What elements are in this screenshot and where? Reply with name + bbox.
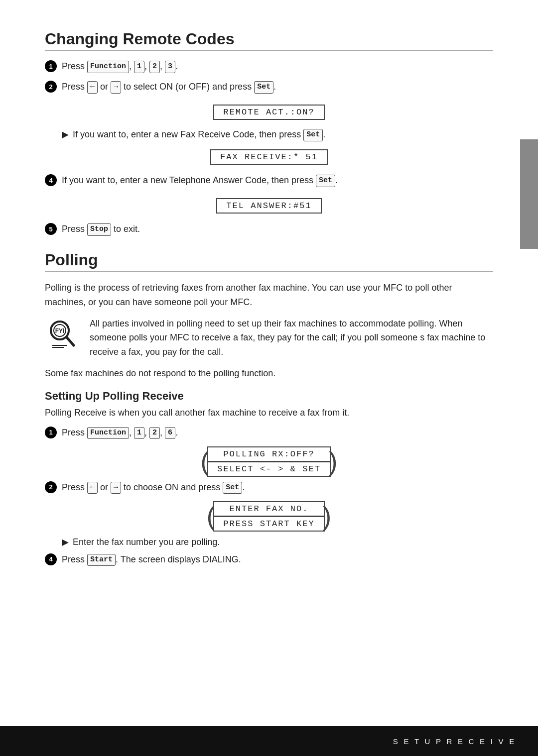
step-2-row: 2 Press ← or → to select ON (or OFF) and… [45,80,493,94]
setting-up-desc: Polling Receive is when you call another… [45,406,493,420]
arrow-note-1-text: If you want to, enter a new Fax Receive … [73,128,493,141]
polling-step-4-icon: 4 [45,553,57,565]
set-key-2: Set [303,129,323,141]
changing-remote-codes-section: Changing Remote Codes 1 Press Function, … [45,30,493,236]
polling-step-1-text: Press Function, 1, 2, 6. [62,426,493,439]
step-1-text: Press Function, 1, 2, 3. [62,60,493,73]
lcd-polling-stacked: POLLING RX:OFF? SELECT <- > & SET [207,446,331,477]
arrow-note-1: ▶ If you want to, enter a new Fax Receiv… [62,128,493,141]
stop-key: Stop [87,223,111,236]
lcd-enter-fax-top: ENTER FAX NO. [213,501,325,516]
fyi-note: Some fax machines do not respond to the … [45,366,493,381]
section-title-changing: Changing Remote Codes [45,30,493,48]
set-key-1: Set [254,81,273,94]
step-4-text: If you want to, enter a new Telephone An… [62,174,493,187]
lcd-enter-fax-bottom: PRESS START KEY [213,516,325,532]
fyi-icon: FYI [45,317,80,351]
p-key-1: 1 [134,427,144,439]
step-5-icon: 5 [45,223,57,235]
svg-line-3 [67,337,74,345]
step-5-row: 5 Press Stop to exit. [45,222,493,236]
polling-section: Polling Polling is the process of retrie… [45,251,493,566]
svg-text:FYI: FYI [55,327,65,334]
lcd-polling-rx-wrap: ( POLLING RX:OFF? SELECT <- > & SET ) [45,446,493,477]
set-key-3: Set [316,175,335,187]
key-2: 2 [149,61,160,73]
key-3: 3 [165,61,175,73]
lcd-display-1: REMOTE ACT.:ON? [213,105,325,120]
step-4-row: 4 If you want to, enter a new Telephone … [45,174,493,187]
polling-step-2-text: Press ← or → to choose ON and press Set. [62,481,493,494]
polling-step-1-icon: 1 [45,427,57,438]
lcd-enter-fax-wrap: ( ENTER FAX NO. PRESS START KEY ) [45,501,493,532]
p-right-arrow: → [111,482,121,494]
step-2-text: Press ← or → to select ON (or OFF) and p… [62,80,493,94]
lcd-polling-rx-top: POLLING RX:OFF? [207,446,331,461]
step-2-icon: 2 [45,81,57,93]
polling-divider [45,271,493,272]
polling-intro-2: All parties involved in polling need to … [90,317,493,359]
fyi-text: All parties involved in polling need to … [90,317,493,359]
section-title-polling: Polling [45,251,493,269]
bottom-bar-label: S E T U P R E C E I V E [393,737,516,746]
fyi-section: FYI All parties involved in polling need… [45,317,493,359]
lcd-display-3: TEL ANSWER:#51 [216,198,321,214]
function-key: Function [87,61,129,73]
p-left-arrow: ← [87,482,98,494]
p-key-6: 6 [165,427,175,439]
p-set-key: Set [223,482,242,494]
step-1-icon: 1 [45,60,57,72]
polling-step-2-icon: 2 [45,481,57,493]
polling-arrow-note: ▶ Enter the fax number you are polling. [62,536,493,549]
bracket-right-1: ) [329,448,337,474]
polling-step-2-row: 2 Press ← or → to choose ON and press Se… [45,481,493,494]
lcd-tel-answer: TEL ANSWER:#51 [45,194,493,217]
section-divider [45,50,493,51]
bottom-bar: S E T U P R E C E I V E [0,726,538,756]
lcd-fax-receive: FAX RECEIVE:* 51 [45,145,493,169]
bracket-right-2: ) [323,503,331,529]
polling-intro-1: Polling is the process of retrieving fax… [45,281,493,310]
start-key: Start [87,554,116,566]
lcd-polling-rx-bottom: SELECT <- > & SET [207,461,331,477]
p-function-key: Function [87,427,129,439]
step-1-row: 1 Press Function, 1, 2, 3. [45,60,493,73]
right-arrow-key: → [111,81,121,94]
p-key-2: 2 [149,427,160,439]
left-arrow-key: ← [87,81,98,94]
polling-arrow-icon: ▶ [62,537,69,547]
lcd-display-2: FAX RECEIVE:* 51 [210,149,328,165]
key-1: 1 [134,61,144,73]
setting-up-polling: Setting Up Polling Receive Polling Recei… [45,390,493,566]
setting-up-title: Setting Up Polling Receive [45,390,493,403]
polling-step-4-text: Press Start. The screen displays DIALING… [62,553,493,566]
polling-arrow-text: Enter the fax number you are polling. [73,536,493,549]
polling-step-4-row: 4 Press Start. The screen displays DIALI… [45,553,493,566]
step-4-icon: 4 [45,174,57,186]
lcd-remote-act: REMOTE ACT.:ON? [45,101,493,124]
side-tab [520,139,538,249]
lcd-enter-fax-stacked: ENTER FAX NO. PRESS START KEY [213,501,325,532]
step-5-text: Press Stop to exit. [62,222,493,236]
polling-step-1-row: 1 Press Function, 1, 2, 6. [45,426,493,439]
arrow-bullet-icon: ▶ [62,129,69,140]
